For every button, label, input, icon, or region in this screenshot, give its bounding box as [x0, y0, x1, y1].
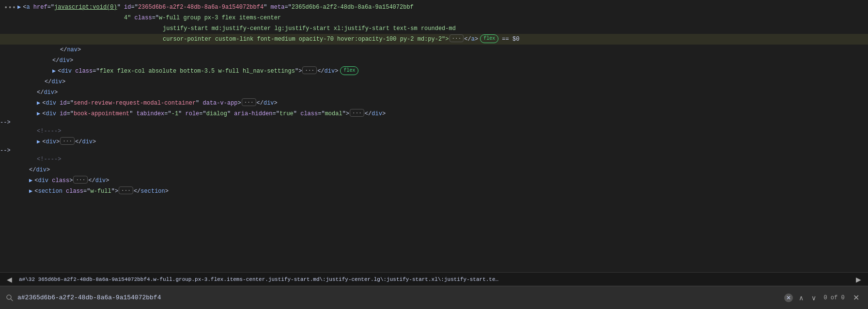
expand-arrow[interactable]: ▶ [37, 109, 40, 119]
code-line: ▶ <div> ··· </div> [0, 137, 868, 147]
ellipsis-button[interactable]: ··· [60, 137, 75, 145]
scroll-left-button[interactable]: ◀ [4, 275, 15, 284]
search-next-button[interactable]: ∨ [809, 293, 818, 303]
search-input[interactable] [17, 294, 780, 301]
search-close-button[interactable]: ✕ [850, 292, 862, 303]
expand-arrow[interactable]: ▶ [37, 137, 40, 147]
search-icon [6, 294, 14, 302]
ellipsis-button[interactable]: ··· [350, 109, 364, 117]
code-panel: ••• ▶ <a href="javascript:void(0)" id="2… [0, 0, 868, 272]
code-line: ▶ <div id="book-appointment" tabindex="-… [0, 108, 868, 119]
expand-arrow[interactable]: ▶ [29, 176, 32, 185]
code-line: <!----> [0, 126, 868, 137]
code-line: </div> [0, 87, 868, 98]
ellipsis-button[interactable]: ··· [119, 186, 133, 194]
breadcrumb-path: a#\32 365d6b6-a2f2-48db-8a6a-9a154072bbf… [15, 277, 853, 282]
code-line: justify-start md:justify-center lg:justi… [0, 23, 868, 34]
ellipsis-button[interactable]: ··· [450, 34, 464, 42]
code-line: </div> [0, 77, 868, 87]
ellipsis-button[interactable]: ··· [242, 98, 256, 106]
ellipsis-button[interactable]: ··· [73, 176, 88, 184]
code-line: 4" class="w-full group px-3 flex items-c… [0, 13, 868, 23]
expand-arrow[interactable]: ▶ [52, 66, 56, 76]
search-clear-button[interactable]: ✕ [784, 294, 793, 302]
code-line: ▶ <section class="w-full"> ··· </section… [0, 186, 868, 197]
code-line: <!----> [0, 154, 868, 165]
flex-badge: flex [480, 34, 498, 43]
svg-line-1 [11, 299, 13, 301]
expand-arrow[interactable]: ▶ [29, 186, 32, 196]
search-bar: ✕ ∧ ∨ 0 of 0 ✕ [0, 286, 868, 309]
code-line: </div> [0, 165, 868, 175]
code-line: ▶ <a href="javascript:void(0)" id="2365d… [0, 2, 868, 13]
code-line: </nav> [0, 45, 868, 55]
flex-badge: flex [340, 66, 358, 75]
scroll-right-button[interactable]: ▶ [853, 275, 864, 284]
code-line: ▶ <div class> ··· </div> [0, 175, 868, 186]
expand-arrow[interactable]: ▶ [37, 98, 40, 108]
status-bar: ◀ a#\32 365d6b6-a2f2-48db-8a6a-9a154072b… [0, 272, 868, 286]
code-line: cursor-pointer custom-link font-medium o… [0, 34, 868, 45]
ellipsis-button[interactable]: ··· [302, 66, 317, 74]
dots-menu[interactable]: ••• [2, 3, 18, 13]
code-line: </div> [0, 55, 868, 66]
search-count: 0 of 0 [822, 294, 846, 301]
search-prev-button[interactable]: ∧ [797, 293, 806, 303]
code-line: ▶ <div id="send-review-request-modal-con… [0, 98, 868, 108]
code-line: ▶ <div class="flex flex-col absolute bot… [0, 66, 868, 77]
